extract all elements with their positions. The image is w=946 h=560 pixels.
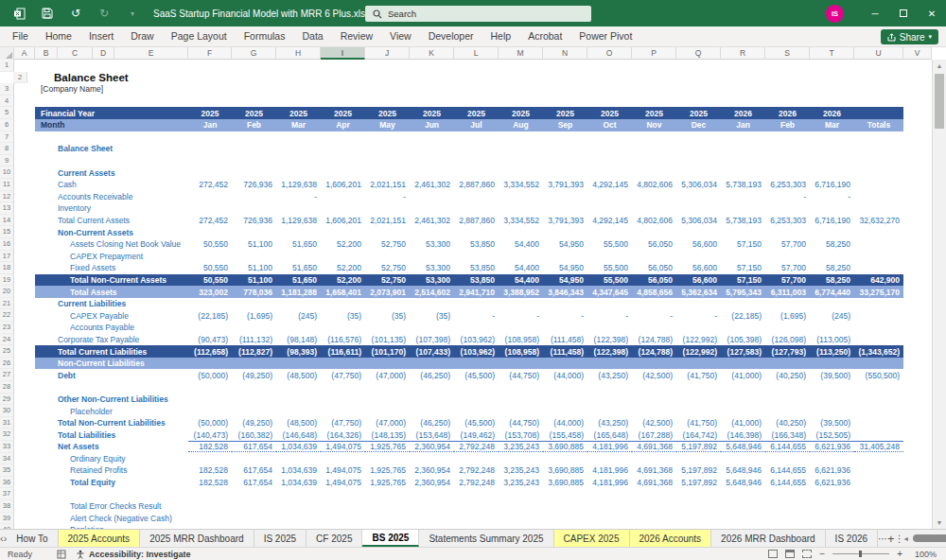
cell-t35[interactable]: 6,621,936 — [810, 465, 854, 475]
cell-t31[interactable]: (39,500) — [810, 418, 854, 428]
undo-icon[interactable]: ↺ — [68, 6, 83, 21]
cell-v30[interactable] — [903, 405, 932, 417]
cell-i16[interactable]: 52,200 — [321, 239, 365, 249]
cell-v20[interactable] — [903, 286, 932, 298]
row-header-23[interactable]: 23 — [0, 322, 14, 334]
cell-l32[interactable]: (149,462) — [454, 430, 499, 440]
scroll-up-icon[interactable]: ▲ — [933, 60, 946, 72]
cell-i32[interactable]: (164,326) — [321, 430, 365, 440]
cell-u6[interactable]: Totals — [854, 120, 903, 130]
cell-v8[interactable] — [903, 143, 932, 155]
cell-o20[interactable]: 4,347,645 — [587, 288, 632, 297]
cell-b35[interactable]: Retained Profits — [35, 465, 188, 475]
cell-s18[interactable]: 57,700 — [765, 263, 810, 272]
cell-j33[interactable]: 1,925,765 — [365, 441, 410, 452]
cell-g31[interactable]: (49,250) — [232, 418, 276, 428]
cell-a20[interactable] — [14, 286, 35, 298]
cell-l33[interactable]: 2,792,248 — [454, 441, 499, 452]
cell-a11[interactable] — [14, 179, 35, 191]
cell-p27[interactable]: (42,500) — [632, 371, 676, 380]
cell-g14[interactable]: 726,936 — [232, 216, 276, 225]
zoom-out-icon[interactable]: − — [819, 549, 825, 559]
column-header-o[interactable]: O — [587, 47, 632, 60]
cell-h22[interactable]: (245) — [276, 311, 321, 321]
cell-b3[interactable]: [Company Name] — [35, 84, 188, 94]
cell-o35[interactable]: 4,181,996 — [587, 465, 632, 475]
cell-t27[interactable]: (39,500) — [810, 371, 854, 380]
cell-a5[interactable] — [14, 107, 35, 119]
cell-p33[interactable]: 4,691,368 — [632, 441, 676, 452]
column-header-f[interactable]: F — [188, 47, 232, 60]
cell-j18[interactable]: 52,750 — [365, 263, 410, 272]
cell-i5[interactable]: 2025 — [321, 109, 365, 118]
cell-n14[interactable]: 3,791,393 — [543, 216, 587, 225]
cell-p20[interactable]: 4,858,656 — [632, 288, 676, 297]
cell-g22[interactable]: (1,695) — [232, 311, 276, 321]
customize-toolbar-icon[interactable]: ▾ — [125, 6, 140, 21]
cell-a6[interactable] — [14, 119, 35, 131]
cell-v39[interactable] — [903, 513, 932, 525]
cell-k16[interactable]: 53,300 — [410, 239, 454, 249]
cell-h31[interactable]: (48,500) — [276, 418, 321, 428]
cell-g11[interactable]: 726,936 — [232, 180, 276, 189]
cell-g24[interactable]: (111,132) — [232, 335, 276, 344]
cell-r20[interactable]: 5,795,343 — [721, 288, 765, 297]
cell-v5[interactable] — [903, 107, 932, 119]
column-header-u[interactable]: U — [854, 47, 903, 60]
cell-m6[interactable]: Aug — [499, 120, 543, 130]
cell-t11[interactable]: 6,716,190 — [810, 180, 854, 189]
menu-item-acrobat[interactable]: Acrobat — [519, 26, 570, 46]
cell-s32[interactable]: (166,348) — [765, 430, 810, 440]
cell-m24[interactable]: (108,958) — [499, 335, 543, 344]
cell-b12[interactable]: Accounts Receivable — [35, 192, 188, 201]
cell-a1[interactable] — [14, 60, 35, 72]
cell-q35[interactable]: 5,197,892 — [676, 465, 721, 475]
cell-j36[interactable]: 1,925,765 — [365, 478, 410, 487]
cell-r24[interactable]: (105,398) — [721, 335, 765, 344]
menu-item-page-layout[interactable]: Page Layout — [163, 26, 236, 46]
cell-o18[interactable]: 55,500 — [587, 263, 632, 272]
cell-b39[interactable]: Alert Check (Negative Cash) — [35, 514, 188, 523]
cell-l19[interactable]: 53,850 — [454, 275, 499, 285]
cell-j19[interactable]: 52,750 — [365, 275, 410, 285]
row-header-12[interactable]: 12 — [0, 191, 14, 203]
cell-b18[interactable]: Fixed Assets — [35, 263, 188, 272]
cell-i25[interactable]: (116,611) — [321, 347, 365, 357]
cell-r19[interactable]: 57,150 — [721, 275, 765, 285]
cell-j14[interactable]: 2,021,151 — [365, 216, 410, 225]
cell-h36[interactable]: 1,034,639 — [276, 478, 321, 487]
cell-k18[interactable]: 53,300 — [410, 263, 454, 272]
cell-v6[interactable] — [903, 119, 932, 131]
cell-f27[interactable]: (50,000) — [188, 371, 232, 380]
cell-v37[interactable] — [903, 488, 932, 500]
cell-g6[interactable]: Feb — [232, 120, 276, 130]
cell-q19[interactable]: 56,600 — [676, 275, 721, 285]
cell-n6[interactable]: Sep — [543, 120, 587, 130]
cell-t33[interactable]: 6,621,936 — [810, 441, 854, 452]
cell-b8[interactable]: Balance Sheet — [35, 144, 188, 153]
cell-h35[interactable]: 1,034,639 — [276, 465, 321, 475]
cell-o24[interactable]: (122,398) — [587, 335, 632, 344]
cell-n22[interactable]: - — [543, 311, 587, 321]
cell-i36[interactable]: 1,494,075 — [321, 478, 365, 487]
cell-k20[interactable]: 2,514,602 — [410, 288, 454, 297]
cell-v16[interactable] — [903, 238, 932, 251]
cell-a34[interactable] — [14, 453, 35, 465]
cell-t18[interactable]: 58,250 — [810, 263, 854, 272]
cell-i14[interactable]: 1,606,201 — [321, 216, 365, 225]
cell-t6[interactable]: Mar — [810, 120, 854, 130]
row-header-25[interactable]: 25 — [0, 345, 14, 358]
column-header-q[interactable]: Q — [676, 47, 721, 60]
cell-p35[interactable]: 4,691,368 — [632, 465, 676, 475]
cell-a25[interactable] — [14, 345, 35, 358]
cell-p14[interactable]: 4,802,606 — [632, 216, 676, 225]
column-header-i[interactable]: I — [321, 47, 365, 60]
cell-q6[interactable]: Dec — [676, 120, 721, 130]
cell-b21[interactable]: Current Liabilities — [35, 299, 188, 308]
cell-t36[interactable]: 6,621,936 — [810, 478, 854, 487]
cell-t20[interactable]: 6,774,440 — [810, 288, 854, 297]
cell-i18[interactable]: 52,200 — [321, 263, 365, 272]
cell-v19[interactable] — [903, 274, 932, 287]
cell-i11[interactable]: 1,606,201 — [321, 180, 365, 189]
column-header-d[interactable]: D — [93, 47, 114, 60]
